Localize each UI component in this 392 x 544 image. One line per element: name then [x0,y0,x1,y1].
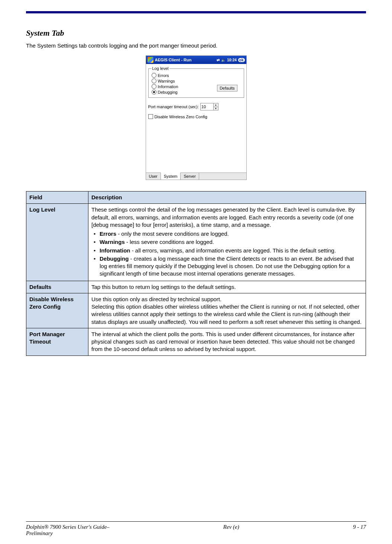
table-row: Defaults Tap this button to return log s… [26,281,366,293]
field-defaults: Defaults [26,281,88,293]
screenshot-window: AEGIS Client - Run ⇄ 🔈 10:24 ok Log leve… [146,55,247,180]
volume-icon[interactable]: 🔈 [221,58,226,62]
tab-server[interactable]: Server [181,173,199,180]
description-table: Field Description Log Level These settin… [26,191,366,356]
radio-errors[interactable] [152,73,156,78]
field-log-level: Log Level [26,204,88,281]
clock[interactable]: 10:24 [227,58,237,62]
start-icon[interactable] [148,57,153,63]
log-level-legend: Log level [152,66,169,71]
connectivity-icon[interactable]: ⇄ [217,58,220,62]
table-row: Disable Wireless Zero Config Use this op… [26,293,366,328]
tab-system[interactable]: System [161,173,181,180]
col-field-header: Field [26,191,88,204]
radio-errors-label: Errors [158,73,169,78]
section-title: System Tab [26,28,366,38]
radio-debugging[interactable] [152,90,156,94]
log-level-group: Log level Errors Warnings Information De… [148,66,244,98]
page-footer: Dolphin® 7900 Series User's Guide– Preli… [26,521,366,537]
disable-wireless-checkbox[interactable] [148,114,153,119]
top-rule [26,11,366,13]
desc-port-manager: The interval at which the client polls t… [88,328,366,355]
table-row: Log Level These settings control the det… [26,204,366,281]
port-manager-spinner[interactable]: ▲ ▼ [200,103,218,110]
footer-page-number: 9 - 17 [353,524,366,537]
radio-debugging-label: Debugging [158,90,178,94]
intro-paragraph: The System Settings tab controls logging… [26,42,366,49]
footer-preliminary: Preliminary [26,530,53,536]
table-row: Port Manager Timeout The interval at whi… [26,328,366,355]
field-port-manager: Port Manager Timeout [26,328,88,355]
radio-warnings[interactable] [152,78,156,83]
field-disable-wireless: Disable Wireless Zero Config [26,293,88,328]
tab-user[interactable]: User [146,173,161,180]
titlebar: AEGIS Client - Run ⇄ 🔈 10:24 ok [146,56,246,64]
window-title: AEGIS Client - Run [155,58,217,62]
footer-rev: Rev (e) [223,524,239,537]
spinner-down-icon[interactable]: ▼ [214,107,218,110]
disable-wireless-label: Disable Wireless Zero Config [155,115,207,119]
port-manager-input[interactable] [201,103,213,110]
spinner-up-icon[interactable]: ▲ [214,103,218,107]
radio-warnings-label: Warnings [158,79,175,83]
footer-guide-title: Dolphin® 7900 Series User's Guide– [26,524,110,530]
desc-log-level: These settings control the detail of the… [88,204,366,281]
ok-button[interactable]: ok [238,58,245,62]
port-manager-label: Port manager timeout (sec): [148,104,199,109]
defaults-button[interactable]: Defaults [217,85,237,91]
tab-bar: User System Server [146,173,246,180]
col-desc-header: Description [88,191,366,204]
desc-defaults: Tap this button to return log settings t… [88,281,366,293]
desc-disable-wireless: Use this option only as directed by tech… [88,293,366,328]
radio-information-label: Information [158,84,178,89]
radio-information[interactable] [152,84,156,89]
